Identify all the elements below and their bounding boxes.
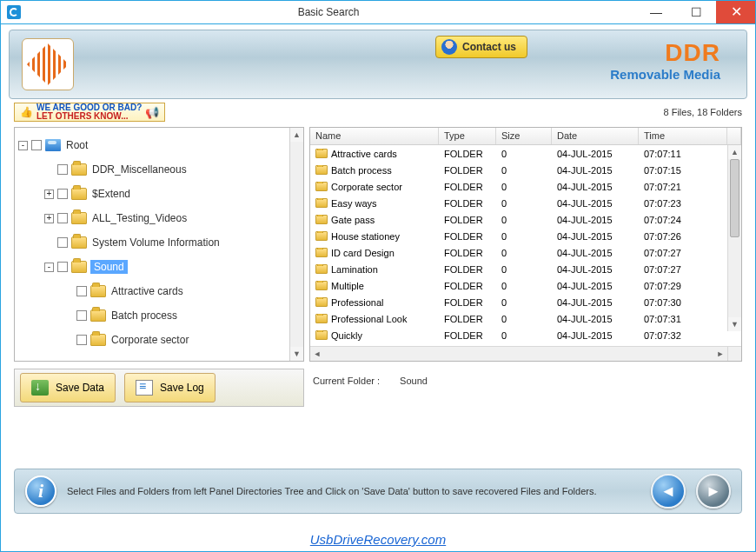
maximize-button[interactable]: ☐ [676, 0, 716, 23]
checkbox[interactable] [57, 262, 68, 272]
list-header[interactable]: Name Type Size Date Time [310, 128, 741, 145]
file-size: 0 [496, 215, 552, 225]
tree-scrollbar[interactable]: ▲ ▼ [289, 128, 303, 361]
tree-spacer [63, 336, 73, 345]
file-type: FOLDER [439, 198, 496, 209]
folder-icon [315, 314, 328, 323]
file-date: 04-JUL-2015 [552, 231, 639, 242]
save-log-button[interactable]: Save Log [124, 373, 216, 402]
expand-icon[interactable]: + [44, 214, 54, 223]
scroll-thumb[interactable] [730, 159, 739, 237]
tree-spacer [44, 238, 54, 248]
col-time[interactable]: Time [639, 128, 727, 144]
file-date: 04-JUL-2015 [552, 248, 639, 258]
checkbox[interactable] [57, 189, 68, 199]
tree-item[interactable]: +ALL_Testing_Videos [18, 206, 286, 230]
checkbox[interactable] [57, 237, 68, 248]
list-item[interactable]: ID card DesignFOLDER004-JUL-201507:07:27 [310, 244, 741, 261]
contact-us-button[interactable]: Contact us [435, 36, 527, 58]
prev-button[interactable]: ◄ [651, 474, 686, 509]
list-item[interactable]: LaminationFOLDER004-JUL-201507:07:27 [310, 261, 741, 277]
file-time: 07:07:31 [639, 314, 741, 324]
folder-icon [315, 165, 328, 175]
folder-icon [315, 231, 328, 241]
tree-item[interactable]: -Sound [18, 255, 286, 279]
scroll-down-icon[interactable]: ▼ [728, 317, 741, 331]
list-item[interactable]: Professional LookFOLDER004-JUL-201507:07… [310, 310, 741, 327]
file-size: 0 [496, 248, 552, 258]
close-button[interactable]: ✕ [716, 0, 756, 23]
scroll-right-icon[interactable]: ► [713, 347, 727, 361]
folder-icon [90, 309, 106, 322]
checkbox[interactable] [57, 213, 68, 223]
checkbox[interactable] [76, 310, 87, 321]
tree-item[interactable]: Corporate sector [18, 328, 286, 352]
file-size: 0 [496, 182, 552, 192]
scroll-up-icon[interactable]: ▲ [728, 145, 741, 159]
tree-item[interactable]: Batch process [18, 303, 286, 328]
tree-label: Batch process [109, 309, 179, 323]
checkbox[interactable] [76, 286, 87, 296]
file-time: 07:07:26 [639, 231, 741, 242]
list-item[interactable]: QuicklyFOLDER004-JUL-201507:07:32 [310, 327, 741, 343]
tree-item[interactable]: Attractive cards [18, 279, 286, 303]
file-name: Batch process [331, 165, 392, 176]
file-name: Gate pass [331, 215, 375, 225]
file-name: Attractive cards [331, 149, 397, 159]
col-date[interactable]: Date [552, 128, 639, 144]
expand-icon[interactable]: + [44, 190, 54, 199]
file-type: FOLDER [439, 281, 496, 291]
header-band: Contact us DDR Removable Media [9, 30, 747, 99]
col-size[interactable]: Size [496, 128, 552, 144]
file-type: FOLDER [439, 264, 496, 275]
rating-line2: LET OTHERS KNOW... [36, 112, 142, 121]
file-type: FOLDER [439, 182, 496, 192]
folder-icon [315, 248, 328, 257]
list-vertical-scrollbar[interactable]: ▲ ▼ [727, 145, 741, 331]
file-type: FOLDER [439, 330, 496, 341]
list-item[interactable]: MultipleFOLDER004-JUL-201507:07:29 [310, 277, 741, 294]
list-item[interactable]: House stationeyFOLDER004-JUL-201507:07:2… [310, 228, 741, 244]
file-type: FOLDER [439, 165, 496, 176]
list-horizontal-scrollbar[interactable]: ◄ ► [310, 346, 741, 361]
scroll-up-icon[interactable]: ▲ [290, 128, 303, 142]
rating-button[interactable]: 👍 WE ARE GOOD OR BAD? LET OTHERS KNOW...… [14, 103, 165, 122]
col-type[interactable]: Type [439, 128, 496, 144]
checkbox[interactable] [31, 140, 42, 150]
list-item[interactable]: ProfessionalFOLDER004-JUL-201507:07:30 [310, 294, 741, 310]
file-type: FOLDER [439, 248, 496, 258]
collapse-icon[interactable]: - [18, 141, 28, 150]
file-list[interactable]: Name Type Size Date Time Attractive card… [309, 127, 742, 362]
tree-spacer [44, 165, 54, 175]
tree-root[interactable]: -Root [18, 133, 286, 157]
tree-item[interactable]: +$Extend [18, 182, 286, 206]
scroll-left-icon[interactable]: ◄ [310, 347, 324, 361]
list-item[interactable]: Easy waysFOLDER004-JUL-201507:07:23 [310, 195, 741, 211]
save-data-button[interactable]: Save Data [20, 373, 116, 402]
list-item[interactable]: Corporate sectorFOLDER004-JUL-201507:07:… [310, 178, 741, 195]
tree-item[interactable]: DDR_Miscellaneous [18, 157, 286, 182]
scroll-down-icon[interactable]: ▼ [290, 347, 303, 361]
folder-icon [90, 285, 106, 297]
file-size: 0 [496, 281, 552, 291]
list-item[interactable]: Batch processFOLDER004-JUL-201507:07:15 [310, 162, 741, 178]
brand-sub: Removable Media [610, 67, 720, 82]
next-button[interactable]: ► [696, 474, 731, 509]
col-name[interactable]: Name [310, 128, 439, 144]
folder-icon [315, 215, 328, 224]
avatar-icon [441, 39, 457, 55]
list-item[interactable]: Attractive cardsFOLDER004-JUL-201507:07:… [310, 145, 741, 162]
checkbox[interactable] [57, 164, 68, 175]
collapse-icon[interactable]: - [44, 263, 54, 272]
directory-tree[interactable]: -RootDDR_Miscellaneous+$Extend+ALL_Testi… [14, 127, 304, 362]
tree-spacer [63, 311, 73, 321]
tree-label: DDR_Miscellaneous [90, 163, 189, 176]
tree-item[interactable]: System Volume Information [18, 230, 286, 255]
folder-icon [315, 330, 328, 340]
list-item[interactable]: Gate passFOLDER004-JUL-201507:07:24 [310, 211, 741, 228]
folder-icon [315, 297, 328, 307]
checkbox[interactable] [76, 335, 87, 345]
current-folder-value: Sound [400, 376, 428, 386]
minimize-button[interactable]: — [636, 0, 676, 23]
footer-link[interactable]: UsbDriveRecovery.com [0, 532, 756, 547]
